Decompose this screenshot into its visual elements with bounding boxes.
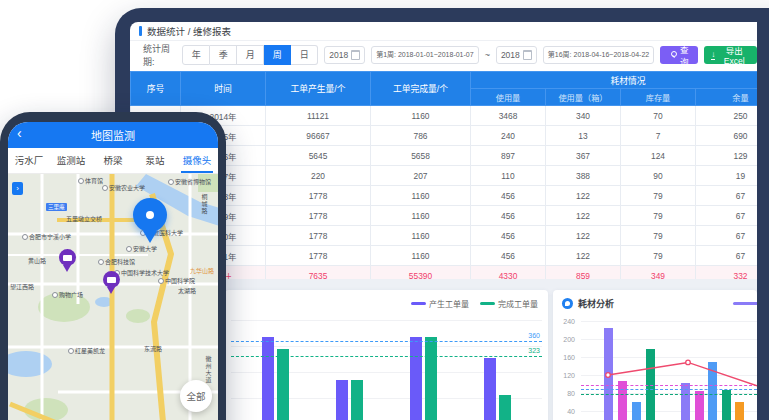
period-option-季[interactable]: 季 xyxy=(210,45,237,65)
table-cell: 110 xyxy=(471,166,546,186)
table-row: 12014年111211160346834070250 xyxy=(131,106,758,126)
phone-tab-桥梁[interactable]: 桥梁 xyxy=(92,148,134,173)
table-cell: 19 xyxy=(696,166,758,186)
table-cell: 67 xyxy=(696,226,758,246)
chart-title: 耗材分析 xyxy=(578,297,614,310)
map-panel-expander[interactable]: › xyxy=(12,182,23,195)
table-cell: 456 xyxy=(471,246,546,266)
legend-label: 产生工单量 xyxy=(429,298,469,309)
table-cell: 786 xyxy=(371,126,471,146)
table-cell: 122 xyxy=(546,246,621,266)
selected-camera-marker[interactable] xyxy=(133,198,167,232)
table-cell: 79 xyxy=(621,246,696,266)
bar-完成工单量 xyxy=(425,337,437,420)
table-cell: 207 xyxy=(371,166,471,186)
bar-完成工单量 xyxy=(277,349,289,420)
map-label: 合肥市宁溪小学 xyxy=(22,232,71,241)
week-range-start-input[interactable]: 第1周: 2018-01-01~2018-01-07 xyxy=(371,46,478,64)
map-label: 望江西路 xyxy=(10,282,34,291)
reference-line-label: 323 xyxy=(528,347,540,354)
camera-pin-marker[interactable] xyxy=(103,271,120,288)
table-cell: 250 xyxy=(696,106,758,126)
table-cell: 690 xyxy=(696,126,758,146)
table-cell: 1160 xyxy=(371,226,471,246)
phone-tab-泵站[interactable]: 泵站 xyxy=(134,148,176,173)
table-cell: 96667 xyxy=(266,126,371,146)
col-header-created: 工单产生量/个 xyxy=(266,72,371,106)
reference-line xyxy=(231,341,542,342)
table-cell: 7 xyxy=(621,126,696,146)
phone-tab-监测站[interactable]: 监测站 xyxy=(50,148,92,173)
map-label: 黄山路 xyxy=(28,256,46,265)
map-label: 购物广场 xyxy=(52,290,83,299)
chart-card-header: 耗材分析 xyxy=(553,290,757,310)
breadcrumb-accent-bar xyxy=(139,26,142,36)
table-cell: 67 xyxy=(696,246,758,266)
sub-header-stock: 库存量 xyxy=(621,89,696,106)
table-cell: 1160 xyxy=(371,106,471,126)
table-cell: 122 xyxy=(546,186,621,206)
table-cell: 122 xyxy=(546,206,621,226)
legend-swatch xyxy=(411,302,426,305)
consumables-bar-line-chart: 2402001601208040 xyxy=(553,314,757,420)
table-cell: 124 xyxy=(621,146,696,166)
map-label: 合肥科技馆 xyxy=(98,257,135,266)
week-range-end-input[interactable]: 第16周: 2018-04-16~2018-04-22 xyxy=(543,46,654,64)
table-cell: 1160 xyxy=(371,186,471,206)
map-label: 桐城路 xyxy=(200,194,209,215)
table-cell: 90 xyxy=(621,166,696,186)
period-option-月[interactable]: 月 xyxy=(237,45,264,65)
col-header-time: 时间 xyxy=(181,72,266,106)
phone-tab-摄像头[interactable]: 摄像头 xyxy=(176,148,218,173)
col-group-header-consumables: 耗材情况 xyxy=(471,72,758,89)
table-cell: 13 xyxy=(546,126,621,146)
chart-legend: 产生工单量完成工单量 xyxy=(411,298,538,309)
table-cell: 79 xyxy=(621,226,696,246)
table-cell: 897 xyxy=(471,146,546,166)
phone-tab-污水厂[interactable]: 污水厂 xyxy=(8,148,50,173)
table-cell: 70 xyxy=(621,106,696,126)
sub-header-usage: 使用量 xyxy=(471,89,546,106)
bar-产生工单量 xyxy=(262,337,274,420)
year-start-select[interactable]: 2018 xyxy=(324,46,365,64)
page: 数据统计 / 维修报表 统计周期: 年季月周日 2018 第1周: 2018-0… xyxy=(0,0,769,420)
period-option-年[interactable]: 年 xyxy=(182,45,210,65)
reference-line-label: 360 xyxy=(528,332,540,339)
show-all-button[interactable]: 全部 xyxy=(180,380,212,412)
camera-pin-marker[interactable] xyxy=(59,249,76,266)
year-end-select[interactable]: 2018 xyxy=(496,46,537,64)
map-view[interactable]: › 全部 体育馆安徽农业大学安徽省博物馆桐城路三里庵五里墩立交桥合肥市宁溪小学安… xyxy=(8,174,218,420)
period-label: 统计周期: xyxy=(143,42,176,68)
legend-swatch xyxy=(733,302,757,305)
bar-完成工单量 xyxy=(499,395,511,420)
table-cell: 11121 xyxy=(266,106,371,126)
map-label: 中国科学院 xyxy=(158,276,195,285)
bar-产生工单量 xyxy=(410,337,422,420)
map-label: 徽州大道 xyxy=(204,356,213,384)
pie-chart-icon xyxy=(562,298,573,309)
period-option-周[interactable]: 周 xyxy=(264,45,291,65)
period-option-日[interactable]: 日 xyxy=(291,45,318,65)
query-button[interactable]: 查询 xyxy=(660,46,698,64)
table-cell: 240 xyxy=(471,126,546,146)
workorder-bar-chart: 360323 xyxy=(231,312,542,420)
map-label: 五里墩立交桥 xyxy=(66,214,102,223)
table-cell: 388 xyxy=(546,166,621,186)
legend-item: 产生工单量 xyxy=(411,298,469,309)
back-button[interactable]: ‹ xyxy=(17,126,22,140)
table-cell: 1778 xyxy=(266,226,371,246)
export-excel-button[interactable]: ↓ 导出Excel xyxy=(704,46,757,64)
table-cell: 122 xyxy=(546,226,621,246)
table-cell: 456 xyxy=(471,186,546,206)
table-cell: 367 xyxy=(546,146,621,166)
table-cell: 1160 xyxy=(371,246,471,266)
table-cell: 129 xyxy=(696,146,758,166)
sub-header-remaining: 余量 xyxy=(696,89,758,106)
legend-swatch xyxy=(480,302,495,305)
table-cell: 79 xyxy=(621,206,696,226)
table-cell: 5645 xyxy=(266,146,371,166)
map-label: 安徽大学 xyxy=(126,244,157,253)
phone-frame: ‹ 地图监测 污水厂监测站桥梁泵站摄像头 xyxy=(0,112,226,420)
map-label: 红星美凯龙 xyxy=(68,346,105,355)
map-label: 三里庵 xyxy=(46,203,67,211)
